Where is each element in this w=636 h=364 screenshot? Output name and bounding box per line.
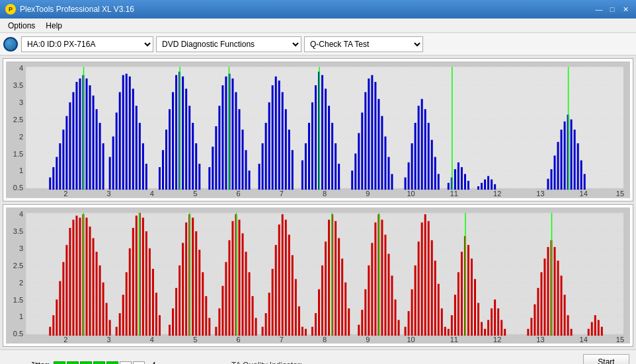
svg-rect-96 [278, 81, 280, 190]
svg-text:13: 13 [536, 336, 544, 344]
svg-rect-33 [52, 167, 54, 190]
svg-rect-248 [221, 285, 223, 335]
svg-rect-296 [387, 254, 389, 336]
jitter-progress [54, 361, 145, 365]
svg-rect-111 [335, 143, 337, 190]
svg-rect-203 [69, 227, 71, 335]
function-select[interactable]: DVD Diagnostic Functions [156, 36, 301, 52]
svg-rect-50 [109, 157, 111, 190]
svg-rect-274 [311, 326, 313, 335]
svg-rect-46 [96, 109, 98, 190]
svg-rect-291 [371, 242, 373, 335]
svg-text:2: 2 [63, 336, 67, 344]
svg-rect-222 [132, 227, 134, 335]
svg-rect-147 [481, 183, 483, 190]
svg-rect-144 [467, 181, 469, 190]
globe-icon-container [3, 36, 19, 52]
maximize-button[interactable]: □ [607, 5, 617, 14]
toolbar: HA:0 ID:0 PX-716A DVD Diagnostic Functio… [0, 33, 636, 55]
svg-rect-281 [335, 221, 337, 335]
svg-text:9: 9 [366, 190, 370, 198]
svg-text:2: 2 [19, 278, 23, 286]
svg-rect-210 [93, 238, 95, 336]
top-chart-inner: 4 3.5 3 2.5 2 1.5 1 0.5 2 3 4 5 6 7 8 9 … [6, 61, 630, 198]
svg-rect-285 [348, 308, 350, 335]
test-select[interactable]: Q-Check TA Test [304, 36, 423, 52]
svg-rect-112 [338, 164, 340, 190]
svg-rect-243 [205, 296, 207, 336]
svg-rect-271 [298, 306, 300, 335]
svg-rect-118 [364, 92, 366, 190]
svg-rect-215 [109, 320, 111, 336]
svg-rect-304 [415, 265, 417, 335]
titlebar-left: P PlexTools Professional XL V3.16 [5, 4, 134, 15]
svg-text:1.5: 1.5 [13, 149, 23, 157]
svg-rect-328 [491, 308, 493, 335]
svg-rect-298 [394, 299, 396, 336]
close-button[interactable]: ✕ [620, 5, 631, 14]
svg-rect-344 [564, 295, 566, 336]
svg-text:7: 7 [280, 190, 284, 198]
device-select[interactable]: HA:0 ID:0 PX-716A [21, 36, 153, 52]
svg-rect-256 [249, 272, 251, 336]
svg-text:6: 6 [236, 336, 240, 344]
svg-rect-234 [175, 287, 177, 335]
svg-rect-310 [434, 260, 436, 336]
svg-rect-212 [99, 265, 101, 335]
menu-options[interactable]: Options [3, 20, 40, 32]
svg-rect-263 [272, 268, 274, 335]
svg-rect-277 [321, 265, 323, 335]
svg-rect-56 [129, 77, 131, 190]
svg-rect-102 [305, 143, 307, 190]
svg-text:0.5: 0.5 [13, 330, 23, 338]
titlebar-title: PlexTools Professional XL V3.16 [20, 5, 134, 14]
svg-rect-225 [142, 217, 144, 336]
svg-rect-315 [451, 315, 453, 336]
svg-text:8: 8 [323, 190, 327, 198]
svg-rect-303 [411, 289, 413, 335]
svg-rect-67 [175, 75, 177, 190]
bottom-chart-inner: 4 3.5 3 2.5 2 1.5 1 0.5 2 3 4 5 6 7 8 9 … [6, 207, 630, 344]
svg-rect-43 [86, 79, 88, 190]
svg-rect-270 [295, 279, 297, 336]
svg-rect-230 [159, 315, 161, 336]
svg-rect-39 [72, 92, 74, 190]
svg-rect-318 [461, 252, 463, 336]
svg-rect-98 [285, 109, 287, 190]
svg-rect-54 [122, 75, 124, 190]
svg-rect-338 [543, 258, 545, 336]
svg-rect-137 [438, 174, 440, 190]
svg-rect-244 [208, 318, 210, 336]
svg-rect-294 [381, 219, 383, 336]
svg-rect-146 [477, 186, 479, 190]
svg-rect-197 [49, 326, 51, 335]
svg-rect-45 [93, 96, 95, 190]
bottom-panel: Jitter: 4 Peak Shift: [0, 349, 636, 364]
start-button[interactable]: Start [583, 354, 629, 365]
svg-rect-266 [282, 214, 284, 336]
svg-rect-232 [169, 324, 171, 336]
svg-rect-295 [384, 235, 386, 336]
svg-text:10: 10 [407, 190, 415, 198]
svg-rect-342 [557, 260, 559, 336]
svg-rect-149 [487, 176, 489, 190]
menu-help[interactable]: Help [40, 20, 67, 32]
main-content: 4 3.5 3 2.5 2 1.5 1 0.5 2 3 4 5 6 7 8 9 … [0, 55, 636, 349]
svg-rect-159 [571, 120, 573, 190]
svg-rect-129 [411, 143, 413, 190]
svg-rect-290 [368, 265, 370, 335]
svg-rect-240 [195, 231, 197, 336]
svg-text:3: 3 [107, 190, 111, 198]
svg-rect-61 [145, 164, 147, 190]
svg-rect-128 [408, 163, 410, 190]
svg-rect-242 [202, 272, 204, 336]
svg-rect-322 [474, 279, 476, 336]
svg-rect-288 [361, 309, 363, 335]
svg-rect-226 [145, 231, 147, 336]
svg-text:0.5: 0.5 [13, 184, 23, 192]
svg-rect-48 [102, 143, 104, 190]
minimize-button[interactable]: — [594, 5, 604, 14]
svg-rect-209 [89, 226, 91, 335]
svg-rect-261 [265, 313, 267, 336]
svg-rect-70 [185, 89, 187, 190]
